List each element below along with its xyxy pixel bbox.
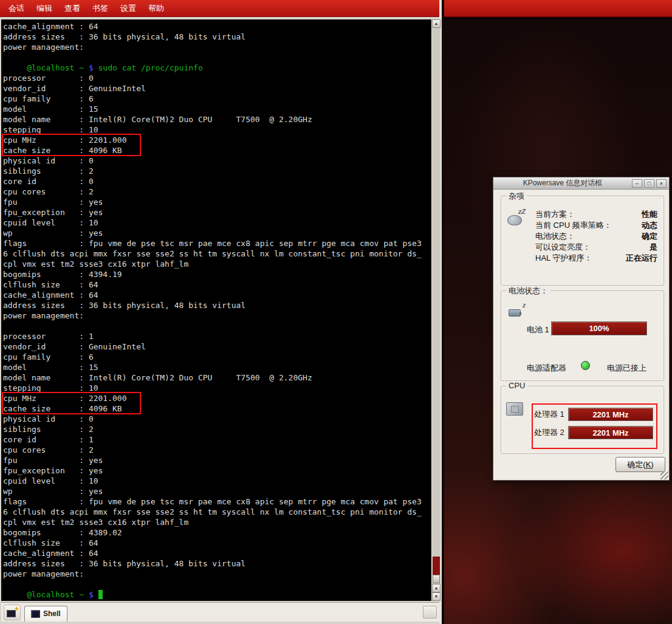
terminal-line: stepping : 10: [3, 125, 422, 135]
battery-name-label: 电池 1: [527, 323, 549, 337]
shell-tab-icon: [31, 610, 40, 618]
session-tabbar: + Shell: [1, 602, 439, 622]
terminal-line: power management:: [3, 310, 422, 321]
cpu-meter-1: 2201 MHz: [568, 408, 653, 421]
terminal-line: cpu cores : 2: [3, 187, 422, 197]
terminal-line: core id : 0: [3, 176, 422, 187]
terminal-line: cache_alignment : 64: [3, 21, 422, 32]
tab-shell[interactable]: Shell: [24, 606, 67, 622]
battery-z-icon: z: [523, 302, 526, 309]
terminal-line: cache_alignment : 64: [3, 548, 422, 558]
terminal-line: address sizes : 36 bits physical, 48 bit…: [3, 32, 422, 42]
terminal-line: physical id : 0: [3, 414, 422, 424]
processor-2-label: 处理器 2: [534, 426, 564, 439]
terminal-line: cpu MHz : 2201.000: [3, 393, 422, 403]
menu-bookmarks[interactable]: 书签: [86, 0, 114, 17]
terminal-screen[interactable]: cache_alignment : 64address sizes : 36 b…: [1, 19, 431, 601]
terminal-line: bogomips : 4394.19: [3, 269, 422, 279]
terminal-line: @localhost ~ $: [3, 589, 422, 600]
terminal-line: processor : 0: [3, 73, 422, 83]
scroll-down-icon[interactable]: ▼: [432, 592, 441, 601]
menu-help[interactable]: 帮助: [142, 0, 170, 17]
ok-button[interactable]: 确定(K): [615, 457, 665, 472]
terminal-line: siblings : 2: [3, 424, 422, 434]
cpu-frequency-2: 2201 MHz: [592, 428, 628, 437]
background-titlebar: [444, 0, 672, 18]
scroll-history-marker: [433, 557, 440, 575]
ok-label-prefix: 确定(: [627, 459, 645, 470]
terminal-line: siblings : 2: [3, 166, 422, 176]
terminal-scrollbar[interactable]: ▲ ▲ ▼: [431, 19, 441, 601]
terminal-cursor: [98, 590, 103, 599]
info-value: 确定: [642, 231, 657, 242]
session-menu-button[interactable]: [423, 606, 437, 619]
battery-group-label: 电池状态：: [506, 286, 550, 297]
terminal-line: core id : 1: [3, 434, 422, 445]
info-row: 可以设定亮度： 是: [535, 242, 657, 253]
terminal-line: 6 clflush dts acpi mmx fxsr sse sse2 ss …: [3, 507, 422, 517]
info-label: 当前 CPU 频率策略：: [535, 220, 612, 231]
terminal-line: cpl vmx est tm2 ssse3 cx16 xtpr lahf_lm: [3, 517, 422, 527]
terminal-line: cpl vmx est tm2 ssse3 cx16 xtpr lahf_lm: [3, 259, 422, 269]
terminal-menubar: 会话 编辑 查看 书签 设置 帮助: [0, 0, 439, 17]
cpu-meter-2: 2201 MHz: [568, 426, 653, 439]
close-icon[interactable]: ×: [656, 179, 667, 188]
battery-icon: z: [509, 303, 527, 318]
terminal-line: cache size : 4096 KB: [3, 145, 422, 156]
cpu-group-label: CPU: [506, 381, 527, 390]
dialog-titlebar[interactable]: KPowersave 信息对话框 – □ ×: [493, 177, 669, 190]
plus-icon: +: [15, 605, 19, 612]
terminal-line: bogomips : 4389.02: [3, 527, 422, 538]
ok-label-accel: K: [646, 460, 651, 469]
terminal-line: fpu_exception : yes: [3, 207, 422, 218]
battery-group: 电池状态： z 电池 1 100% 电源适配器 电源已接上: [501, 290, 664, 381]
prompt-symbol: $: [89, 590, 98, 599]
processor-1-label: 处理器 1: [534, 408, 564, 421]
terminal-line: processor : 1: [3, 331, 422, 341]
terminal-line: cpu family : 6: [3, 352, 422, 362]
cpu-group: CPU 处理器 1 2201 MHz 处理器 2 2201 MHz: [501, 386, 664, 454]
battery-tip-icon: [519, 312, 521, 315]
terminal-line: fpu : yes: [3, 197, 422, 207]
scroll-up-icon[interactable]: ▲: [432, 19, 441, 28]
terminal-line: power management:: [3, 569, 422, 579]
info-value: 动态: [642, 220, 657, 231]
info-row: 当前方案： 性能: [535, 209, 657, 220]
menu-edit[interactable]: 编辑: [30, 0, 58, 17]
terminal-line: cpu cores : 2: [3, 445, 422, 455]
misc-rows: 当前方案： 性能 当前 CPU 频率策略： 动态 电池状态： 确定 可以设定亮度…: [535, 209, 657, 264]
maximize-icon[interactable]: □: [644, 179, 654, 188]
info-value: 性能: [642, 209, 657, 220]
cpu-frequency-1: 2201 MHz: [592, 410, 628, 419]
terminal-line: fpu : yes: [3, 455, 422, 465]
menu-session[interactable]: 会话: [2, 0, 30, 17]
info-label: 可以设定亮度：: [535, 242, 591, 253]
terminal-line: [3, 321, 422, 331]
sleep-z-icon: zZ: [518, 208, 526, 215]
scroll-thumb[interactable]: [433, 575, 440, 583]
new-session-button[interactable]: +: [4, 605, 21, 620]
terminal-line: wp : yes: [3, 228, 422, 238]
menu-settings[interactable]: 设置: [114, 0, 142, 17]
terminal-line: flags : fpu vme de pse tsc msr pae mce c…: [3, 238, 422, 249]
info-row: 当前 CPU 频率策略： 动态: [535, 220, 657, 231]
misc-group-label: 杂项: [506, 191, 527, 202]
prompt-host: @localhost ~: [27, 590, 89, 599]
terminal-line: 6 clflush dts acpi mmx fxsr sse sse2 ss …: [3, 249, 422, 259]
terminal-line: model : 15: [3, 104, 422, 114]
terminal-line: cpu MHz : 2201.000: [3, 135, 422, 145]
suspend-icon: zZ: [507, 210, 526, 225]
terminal-line: vendor_id : GenuineIntel: [3, 341, 422, 352]
resize-grip[interactable]: [660, 471, 668, 479]
terminal-line: address sizes : 36 bits physical, 48 bit…: [3, 558, 422, 569]
terminal-line: model : 15: [3, 362, 422, 372]
adapter-status: 电源已接上: [607, 363, 646, 374]
scroll-up-bottom-icon[interactable]: ▲: [432, 584, 441, 592]
terminal-line: cache_alignment : 64: [3, 290, 422, 300]
prompt-host: @localhost ~: [27, 63, 89, 72]
minimize-icon[interactable]: –: [632, 179, 642, 188]
menu-view[interactable]: 查看: [58, 0, 86, 17]
terminal-line: cache size : 4096 KB: [3, 403, 422, 414]
terminal-line: cpuid level : 10: [3, 476, 422, 486]
terminal-line: @localhost ~ $ sudo cat /proc/cpuinfo: [3, 63, 422, 73]
